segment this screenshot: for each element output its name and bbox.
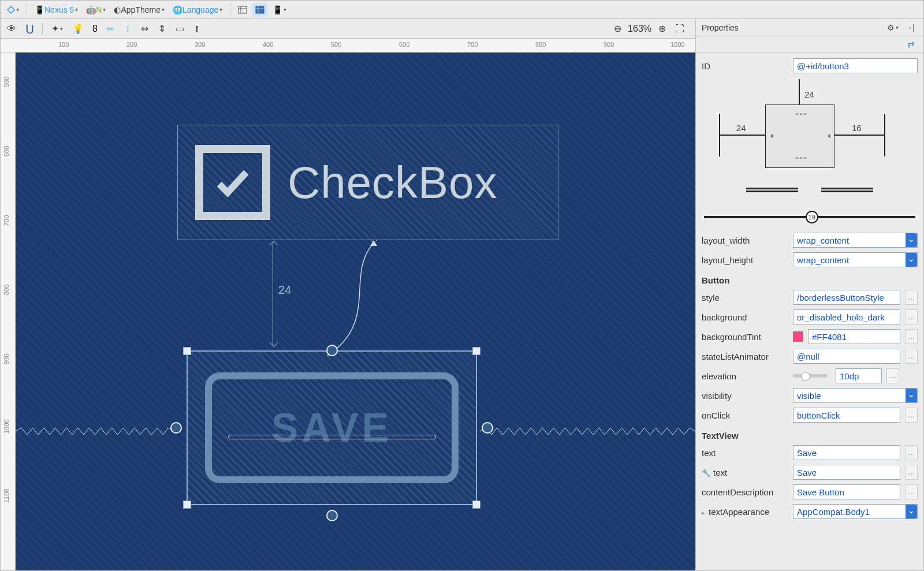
expand-vert-icon[interactable]: ⇕	[155, 22, 169, 36]
svg-rect-3	[256, 6, 264, 13]
more-button[interactable]: …	[905, 445, 918, 460]
statelistanimator-field[interactable]: @null	[793, 349, 900, 364]
tools-text-field[interactable]: Save	[793, 465, 900, 480]
more-button[interactable]: …	[905, 484, 918, 499]
background-label: background	[702, 312, 788, 322]
zoom-out-button[interactable]: ⊖	[610, 22, 624, 36]
layout-width-label: layout_width	[702, 236, 788, 245]
more-button[interactable]: …	[905, 408, 918, 423]
resize-handle-bl[interactable]	[183, 501, 191, 509]
blueprint-toggle[interactable]	[252, 3, 267, 17]
pack-icon[interactable]: ▭	[173, 22, 187, 36]
properties-title: Properties	[702, 23, 739, 32]
swap-icon[interactable]: ⇄	[904, 38, 918, 51]
id-field[interactable]: @+id/button3	[793, 58, 918, 73]
align-vertical-icon[interactable]: ↕	[121, 22, 135, 36]
zoom-in-button[interactable]: ⊕	[655, 22, 669, 36]
resize-handle-tl[interactable]	[183, 347, 191, 355]
more-button[interactable]: …	[905, 465, 918, 480]
theme-picker[interactable]: ◐AppTheme	[111, 3, 167, 17]
style-label: style	[702, 293, 788, 303]
expand-horiz-icon[interactable]: ⇔	[138, 22, 152, 36]
onclick-field[interactable]: buttonClick	[793, 408, 900, 423]
bias-slider[interactable]: 19	[704, 210, 915, 225]
api-label: N	[96, 5, 102, 14]
layout-variant-button[interactable]	[235, 3, 250, 17]
gear-icon[interactable]: ⚙	[884, 21, 901, 35]
checkbox-icon	[195, 145, 270, 220]
style-field[interactable]: /borderlessButtonStyle	[793, 290, 900, 305]
align-horizontal-icon[interactable]: ⇿	[103, 22, 117, 36]
button-section: Button	[702, 275, 918, 285]
anchor-right[interactable]	[482, 422, 493, 434]
clear-constraints-icon[interactable]: 💡	[69, 22, 87, 36]
anchor-left[interactable]	[170, 422, 182, 434]
elevation-field[interactable]: 10dp	[836, 368, 882, 383]
dimension-line	[273, 242, 273, 346]
tools-text-label: text	[702, 468, 788, 477]
device-picker[interactable]: 📱 Nexus 5	[32, 3, 81, 17]
more-button[interactable]: …	[905, 309, 918, 324]
margin-value: 8	[92, 24, 98, 34]
zoom-fit-button[interactable]: ⛶	[672, 22, 687, 36]
textappearance-field[interactable]: AppCompat.Body1	[793, 504, 918, 519]
elevation-label: elevation	[702, 371, 788, 381]
default-margin-button[interactable]: ✦	[49, 22, 66, 36]
color-swatch[interactable]	[793, 331, 803, 342]
checkbox-label: CheckBox	[288, 156, 498, 209]
design-canvas: 👁 ⋃ ✦ 💡 8 ⇿ ↕ ⇔ ⇕ ▭ ⫿ ⊖ 163% ⊕ ⛶	[1, 19, 695, 570]
layout-height-label: layout_height	[702, 255, 788, 265]
device-frame-button[interactable]: 📱	[270, 3, 289, 17]
baseline-bar[interactable]	[228, 435, 436, 439]
ruler-horizontal: 100 200 300 400 500 600 700 800 900 1000	[1, 39, 695, 53]
background-field[interactable]: or_disabled_holo_dark	[793, 309, 900, 324]
visibility-label: visibility	[702, 391, 788, 401]
language-label: Language	[182, 5, 218, 14]
language-picker[interactable]: 🌐Language	[170, 3, 225, 17]
save-button-widget[interactable]: SAVE	[177, 341, 486, 514]
resize-handle-br[interactable]	[472, 501, 480, 509]
more-button[interactable]: …	[905, 290, 918, 305]
ruler-vertical: 500 600 700 800 900 1000 1100	[1, 53, 16, 570]
anchor-bottom[interactable]	[326, 510, 338, 521]
more-button[interactable]: …	[905, 349, 918, 364]
view-toggle-icon[interactable]: 👁	[4, 22, 19, 36]
dimension-label: 24	[278, 283, 291, 297]
device-label: Nexus 5	[44, 5, 74, 14]
layout-editor: 📱 Nexus 5 🤖N ◐AppTheme 🌐Language 📱 👁 ⋃ ✦…	[0, 0, 924, 571]
id-label: ID	[702, 61, 788, 71]
text-label: text	[702, 448, 788, 458]
contentdescription-field[interactable]: Save Button	[793, 484, 900, 499]
backgroundtint-field[interactable]: #FF4081	[808, 329, 900, 344]
canvas-toolbar: 👁 ⋃ ✦ 💡 8 ⇿ ↕ ⇔ ⇕ ▭ ⫿ ⊖ 163% ⊕ ⛶	[1, 19, 695, 39]
zoom-level: 163%	[628, 24, 651, 34]
config-toolbar: 📱 Nexus 5 🤖N ◐AppTheme 🌐Language 📱	[1, 1, 923, 19]
more-button[interactable]: …	[905, 329, 918, 344]
layout-height-field[interactable]: wrap_content	[793, 252, 918, 267]
orientation-button[interactable]	[4, 3, 22, 17]
visibility-field[interactable]: visible	[793, 388, 918, 403]
textview-section: TextView	[702, 431, 918, 441]
collapse-icon[interactable]: →|	[901, 21, 918, 35]
backgroundtint-label: backgroundTint	[702, 332, 788, 342]
statelistanimator-label: stateListAnimator	[702, 352, 788, 361]
save-button-text: SAVE	[271, 405, 392, 451]
resize-handle-tr[interactable]	[472, 347, 480, 355]
svg-rect-0	[239, 6, 247, 13]
constraint-curve	[310, 240, 385, 356]
guideline-icon[interactable]: ⫿	[191, 22, 204, 36]
onclick-label: onClick	[702, 410, 788, 420]
text-field[interactable]: Save	[793, 445, 900, 460]
checkbox-widget[interactable]: CheckBox	[177, 125, 558, 240]
elevation-slider[interactable]	[793, 374, 828, 378]
constraint-inspector[interactable]: 24 24 16 ⌄⌄⌄ ⌃⌃⌃ ››› ‹‹‹	[702, 79, 918, 198]
layout-width-field[interactable]: wrap_content	[793, 233, 918, 248]
more-button[interactable]: …	[886, 368, 899, 383]
magnet-icon[interactable]: ⋃	[23, 22, 36, 36]
anchor-top[interactable]	[326, 345, 338, 356]
contentdescription-label: contentDescription	[702, 487, 788, 497]
properties-panel: Properties ⚙ →| ⇄ ID @+id/button3 24 24	[695, 19, 923, 570]
textappearance-label: textAppearance	[702, 507, 788, 517]
blueprint-surface[interactable]: CheckBox 24 SAVE	[16, 53, 695, 570]
api-picker[interactable]: 🤖N	[83, 3, 109, 17]
